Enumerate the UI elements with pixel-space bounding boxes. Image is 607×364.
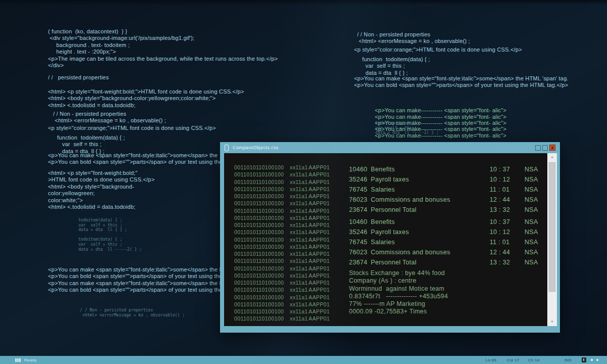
binary-value: 0011010110100100 xyxy=(234,272,290,279)
tag-cell: NSA xyxy=(525,237,538,247)
code-value: AAPP01 xyxy=(309,221,330,229)
hex-value: xx11a1 xyxy=(290,286,309,293)
binary-row: 0011010110100100 xx11a1 AAPP01 xyxy=(234,171,330,178)
code-block-mono-todoitem: todoitem(data) { ; var self = this ; dat… xyxy=(78,218,142,252)
binary-row: 0011010110100100 xx11a1 AAPP01 xyxy=(234,272,330,279)
code-block-right-mono-todoitem: todoitem(data) { ; var self = this ; dat… xyxy=(375,121,439,135)
binary-value: 0011010110100100 xyxy=(234,279,290,286)
desktop: ( function (ko, datacontext) } } <div st… xyxy=(0,0,607,364)
window-title: CompareObjects.css xyxy=(233,145,279,150)
label-cell: Benefits xyxy=(371,164,395,174)
window-content: 0011010110100100 xx11a1 AAPP01 001101011… xyxy=(224,153,557,326)
tag-cell: NSA xyxy=(525,185,538,195)
hex-value: xx11a1 xyxy=(290,186,309,193)
binary-value: 0011010110100100 xyxy=(234,221,290,229)
code-value: AAPP01 xyxy=(309,279,330,286)
hex-value: xx11a1 xyxy=(290,272,309,279)
code-block-color-orange: <p style="color:orange;">HTML font code … xyxy=(48,125,216,131)
window-controls: x xyxy=(535,145,555,151)
scrollbar[interactable]: ▲ ▼ xyxy=(547,153,557,326)
code-value: AAPP01 xyxy=(309,178,330,186)
code-value: AAPP01 xyxy=(309,243,330,250)
binary-row: 0011010110100100 xx11a1 AAPP01 xyxy=(234,294,330,301)
binary-value: 0011010110100100 xyxy=(234,315,290,322)
binary-value: 0011010110100100 xyxy=(234,186,290,193)
hex-value: xx11a1 xyxy=(290,207,309,214)
binary-value: 0011010110100100 xyxy=(234,171,290,178)
maximize-button[interactable] xyxy=(542,145,548,151)
time-cell: 11 : 01 xyxy=(490,185,509,195)
hex-value: xx11a1 xyxy=(290,250,309,257)
time-cell: 10 : 37 xyxy=(490,217,510,227)
code-block-right-span-tags: <p>You can make <span style="font-style:… xyxy=(354,75,569,89)
hex-value: xx11a1 xyxy=(290,200,309,207)
code-block-persisted-comment: / / persisted properties xyxy=(48,74,109,81)
binary-row: 0011010110100100 xx11a1 AAPP01 xyxy=(234,221,330,229)
tag-cell: NSA xyxy=(525,164,538,174)
tag-cell: NSA xyxy=(525,247,538,257)
hex-value: xx11a1 xyxy=(290,301,309,308)
scroll-up-icon[interactable]: ▲ xyxy=(547,153,557,161)
amount-cell: 10460 xyxy=(349,164,367,174)
code-value: AAPP01 xyxy=(309,250,330,257)
amount-cell: 76745 xyxy=(349,237,367,247)
green-code-line: <p>You can make----------- <span style="… xyxy=(375,107,506,113)
binary-row: 0011010110100100 xx11a1 AAPP01 xyxy=(234,265,330,272)
label-cell: Benefits xyxy=(371,217,395,227)
code-value: AAPP01 xyxy=(309,171,330,178)
binary-row: 0011010110100100 xx11a1 AAPP01 xyxy=(234,308,330,315)
status-bar: Ready Ln 69 Col 17 Ch 14 INS xyxy=(0,356,607,364)
code-value: AAPP01 xyxy=(309,207,330,214)
time-cell: 10 : 37 xyxy=(490,164,510,174)
binary-value: 0011010110100100 xyxy=(234,193,290,200)
amount-cell: 10460 xyxy=(349,217,367,227)
tag-cell: NSA xyxy=(525,195,538,205)
code-value: AAPP01 xyxy=(309,315,330,322)
code-block-span-make-bold: <p>You can make <span style="font-style:… xyxy=(48,152,222,166)
amount-cell: 23674 xyxy=(349,257,367,267)
status-insert-mode: INS xyxy=(565,358,572,362)
hex-value: xx11a1 xyxy=(290,229,309,236)
time-cell: 10 : 12 xyxy=(490,174,510,185)
code-value: AAPP01 xyxy=(309,236,330,243)
code-block-function-div: ( function (ko, datacontext) } } <div st… xyxy=(48,28,278,69)
binary-value: 0011010110100100 xyxy=(234,301,290,308)
binary-column: 0011010110100100 xx11a1 AAPP01 001101011… xyxy=(234,164,330,323)
time-cell: 13 : 32 xyxy=(490,205,510,215)
label-cell: Payroll taxes xyxy=(371,174,409,185)
close-button[interactable]: x xyxy=(549,145,555,151)
code-block-right-todoitem-fn: function todoitem(data) { ; var self = t… xyxy=(362,56,430,76)
binary-row: 0011010110100100 xx11a1 AAPP01 xyxy=(234,301,330,308)
code-value: AAPP01 xyxy=(309,186,330,193)
tag-cell: NSA xyxy=(525,257,538,267)
scroll-down-icon[interactable]: ▼ xyxy=(547,318,557,326)
binary-row: 0011010110100100 xx11a1 AAPP01 xyxy=(234,164,330,171)
binary-value: 0011010110100100 xyxy=(234,164,290,171)
compare-objects-window: CompareObjects.css x 0011010110100100 xx… xyxy=(220,142,560,333)
binary-row: 0011010110100100 xx11a1 AAPP01 xyxy=(234,193,330,200)
label-cell: Personnel Total xyxy=(371,205,416,215)
status-column-number: Col 17 xyxy=(507,358,519,362)
code-value: AAPP01 xyxy=(309,257,330,264)
time-cell: 12 : 44 xyxy=(490,247,510,257)
amount-cell: 35246 xyxy=(349,227,367,237)
hex-value: xx11a1 xyxy=(290,315,309,322)
binary-value: 0011010110100100 xyxy=(234,243,290,250)
label-cell: Commissions and bonuses xyxy=(371,247,450,257)
hex-value: xx11a1 xyxy=(290,308,309,315)
code-value: AAPP01 xyxy=(309,265,330,272)
hex-value: xx11a1 xyxy=(290,243,309,250)
binary-value: 0011010110100100 xyxy=(234,265,290,272)
stocks-text-block: Stocks Exchange : bye 44% food Company (… xyxy=(349,269,448,316)
grid-icon xyxy=(15,358,21,362)
minimize-button[interactable] xyxy=(535,145,541,151)
binary-value: 0011010110100100 xyxy=(234,214,290,221)
binary-row: 0011010110100100 xx11a1 AAPP01 xyxy=(234,236,330,243)
scrollbar-thumb[interactable] xyxy=(549,162,555,292)
window-titlebar[interactable]: CompareObjects.css x xyxy=(220,142,560,153)
cursor-mode-icon xyxy=(582,357,586,362)
label-cell: Personnel Total xyxy=(371,257,416,267)
amount-cell: 76023 xyxy=(349,247,367,257)
code-block-right-color-orange: <p style="color:orange;">HTML font code … xyxy=(354,47,522,53)
code-block-mono-non-persisted: / / Non - persisted properties <html> <e… xyxy=(80,308,185,317)
